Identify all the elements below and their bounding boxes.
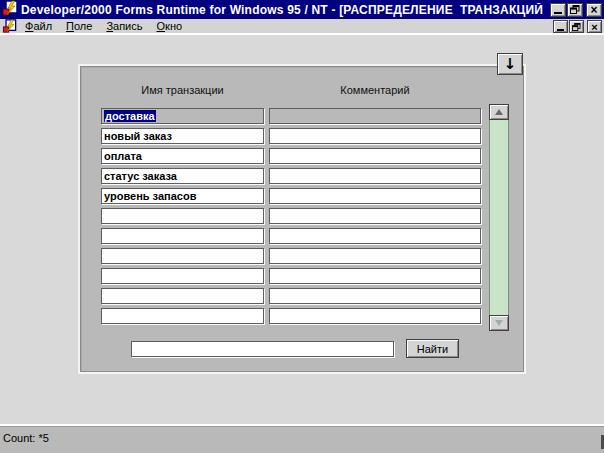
window-title: Developer/2000 Forms Runtime for Windows… <box>21 3 548 17</box>
table-row: доставка <box>101 108 481 124</box>
transaction-name-field[interactable] <box>101 308 264 324</box>
table-row: статус заказа <box>101 168 481 184</box>
record-scrollbar[interactable] <box>489 104 509 331</box>
down-arrow-icon: ↓ <box>504 55 517 73</box>
transactions-panel: Имя транзакции Комментарий доставкановый… <box>80 66 524 372</box>
transaction-name-field[interactable] <box>101 248 264 264</box>
transaction-comment-field[interactable] <box>269 228 481 244</box>
menu-item-2[interactable]: Запись <box>99 19 149 33</box>
title-bar: Developer/2000 Forms Runtime for Windows… <box>0 0 604 19</box>
records-list: доставкановый заказоплатастатус заказаур… <box>101 108 481 324</box>
find-button[interactable]: Найти <box>406 339 459 358</box>
app-window: Developer/2000 Forms Runtime for Windows… <box>0 0 604 453</box>
table-row <box>101 248 481 264</box>
transaction-comment-field[interactable] <box>269 168 481 184</box>
table-row <box>101 228 481 244</box>
transaction-comment-field[interactable] <box>269 208 481 224</box>
transaction-name-field[interactable] <box>101 208 264 224</box>
scroll-up-icon <box>495 109 503 115</box>
menu-item-3[interactable]: Окно <box>150 19 190 33</box>
mdi-close-button[interactable]: × <box>587 20 602 33</box>
restore-icon <box>572 23 581 31</box>
menu-item-0[interactable]: Файл <box>18 19 59 33</box>
table-row <box>101 308 481 324</box>
menu-bar: ФайлПолеЗаписьОкно × <box>0 19 604 34</box>
close-icon: × <box>591 22 597 32</box>
menu-items: ФайлПолеЗаписьОкно <box>18 19 189 33</box>
search-input[interactable] <box>131 341 394 357</box>
table-row <box>101 268 481 284</box>
menu-item-1[interactable]: Поле <box>59 19 99 33</box>
table-row <box>101 288 481 304</box>
mdi-minimize-button[interactable] <box>553 20 568 33</box>
table-row: оплата <box>101 148 481 164</box>
column-header-name: Имя транзакции <box>101 84 264 96</box>
table-row: новый заказ <box>101 128 481 144</box>
scroll-down-button[interactable] <box>489 315 509 331</box>
transaction-name-field[interactable]: оплата <box>101 148 264 164</box>
transaction-comment-field[interactable] <box>269 148 481 164</box>
status-bar: Count: *5 <box>0 426 604 453</box>
table-row <box>101 208 481 224</box>
document-system-icon[interactable] <box>0 19 18 33</box>
transaction-comment-field[interactable] <box>269 128 481 144</box>
minimize-button[interactable] <box>550 3 566 17</box>
transaction-comment-field[interactable] <box>269 268 481 284</box>
transaction-name-field[interactable]: статус заказа <box>101 168 264 184</box>
scroll-down-icon <box>495 320 503 326</box>
transaction-name-field[interactable] <box>101 288 264 304</box>
close-icon: × <box>590 5 597 15</box>
transaction-comment-field[interactable] <box>269 188 481 204</box>
transaction-name-field[interactable]: уровень запасов <box>101 188 264 204</box>
transaction-comment-field[interactable] <box>269 248 481 264</box>
record-count-status: Count: *5 <box>3 432 49 444</box>
next-record-button[interactable]: ↓ <box>497 53 523 75</box>
form-canvas: ↓ Имя транзакции Комментарий доставканов… <box>0 34 604 424</box>
scroll-up-button[interactable] <box>489 104 509 120</box>
close-button[interactable]: × <box>586 3 602 17</box>
app-icon <box>2 0 18 20</box>
transaction-comment-field[interactable] <box>269 308 481 324</box>
mdi-restore-button[interactable] <box>569 20 584 33</box>
transaction-name-field[interactable] <box>101 228 264 244</box>
transaction-name-field[interactable]: доставка <box>101 108 264 124</box>
minimize-icon <box>554 12 562 14</box>
restore-icon <box>570 5 580 14</box>
transaction-name-field[interactable] <box>101 268 264 284</box>
column-header-comment: Комментарий <box>269 84 481 96</box>
transaction-comment-field[interactable] <box>269 288 481 304</box>
transaction-comment-field[interactable] <box>269 108 481 124</box>
transaction-name-field[interactable]: новый заказ <box>101 128 264 144</box>
scrollbar-track[interactable] <box>489 120 509 315</box>
table-row: уровень запасов <box>101 188 481 204</box>
selected-text: доставка <box>104 110 156 122</box>
minimize-icon <box>557 29 564 31</box>
restore-button[interactable] <box>567 3 583 17</box>
